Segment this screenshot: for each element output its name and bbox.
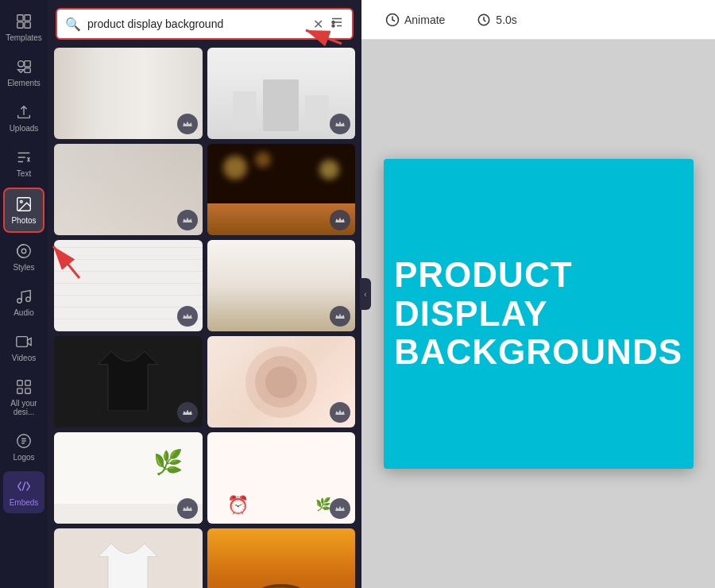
svg-point-23 [332,21,334,24]
svg-point-10 [21,249,26,253]
premium-badge [177,402,198,423]
photo-item[interactable] [54,336,203,427]
svg-point-12 [26,297,31,302]
sidebar-item-videos[interactable]: Videos [3,327,44,369]
photo-item[interactable]: 🌿 [54,432,203,524]
photo-item[interactable] [207,528,356,588]
premium-badge [177,114,198,134]
search-input[interactable] [87,17,307,30]
sidebar-item-styles[interactable]: Styles [3,236,44,278]
svg-point-8 [20,200,22,203]
svg-rect-0 [17,15,23,21]
canvas-workspace[interactable]: PRODUCT DISPLAY BACKGROUNDS [361,40,715,588]
photo-item[interactable] [207,240,356,331]
photo-grid: 🌿 ⏰ 🌿 [48,44,361,588]
premium-badge [330,114,350,134]
premium-badge [330,306,350,327]
svg-rect-2 [17,22,23,28]
duration-label: 5.0s [496,14,516,26]
top-toolbar: Animate 5.0s [361,0,715,40]
sidebar-item-templates[interactable]: Templates [3,6,44,48]
sidebar-item-uploads[interactable]: Uploads [3,97,44,139]
sidebar-item-elements[interactable]: Elements [3,52,44,94]
svg-rect-15 [25,381,30,385]
sidebar-item-logos[interactable]: Logos [3,426,44,468]
animate-label: Animate [404,14,445,26]
photo-item[interactable] [54,48,203,139]
sidebar-item-photos[interactable]: Photos [3,188,44,233]
photo-item[interactable] [54,528,203,588]
sidebar-item-embeds[interactable]: Embeds [3,471,44,513]
search-panel: 🔍 ✕ [48,0,361,588]
filter-button[interactable] [330,15,344,33]
svg-point-22 [332,25,334,27]
svg-rect-1 [25,15,30,21]
photo-item[interactable] [207,144,356,235]
clear-search-button[interactable]: ✕ [313,17,323,32]
sidebar-item-text[interactable]: Text [3,142,44,184]
svg-rect-14 [17,381,22,385]
svg-rect-3 [25,22,30,28]
svg-rect-13 [17,337,28,347]
photo-item[interactable] [54,144,203,235]
svg-rect-17 [25,389,30,393]
canvas-area: Animate 5.0s PRODUCT DISPLAY BACKGROUNDS [361,0,715,588]
search-bar-wrapper: 🔍 ✕ [48,0,361,44]
premium-badge [330,402,350,423]
premium-badge [330,210,350,230]
svg-rect-6 [25,68,30,73]
svg-point-11 [17,299,22,304]
duration-button[interactable]: 5.0s [469,8,524,32]
sidebar: Templates Elements Uploads Text [0,0,48,588]
sidebar-item-audio[interactable]: Audio [3,281,44,323]
photo-item[interactable]: ⏰ 🌿 [207,432,356,524]
panel-collapse-handle[interactable]: ‹ [360,278,371,310]
svg-rect-16 [17,389,22,393]
premium-badge [330,498,350,519]
search-bar: 🔍 ✕ [56,8,354,40]
slide-title-text: PRODUCT DISPLAY BACKGROUNDS [370,232,706,395]
search-icon: 🔍 [65,17,81,32]
photo-item[interactable] [207,336,356,427]
slide-canvas[interactable]: PRODUCT DISPLAY BACKGROUNDS [384,159,694,469]
premium-badge [177,210,198,230]
photo-item[interactable] [207,48,356,139]
svg-rect-5 [25,61,30,67]
animate-button[interactable]: Animate [377,8,453,32]
premium-badge [177,306,198,327]
premium-badge [177,498,198,519]
photo-item[interactable] [54,240,203,331]
sidebar-item-all-designs[interactable]: All your desi... [3,372,44,423]
svg-point-4 [18,61,24,67]
